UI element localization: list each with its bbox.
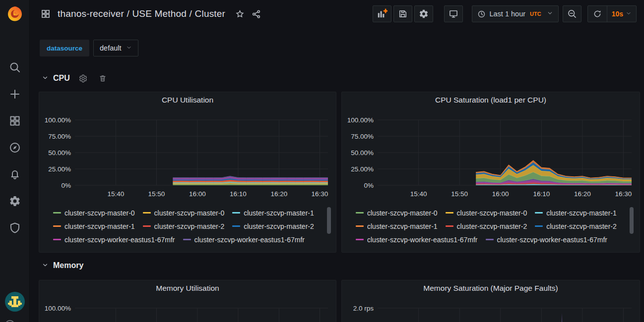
chevron-down-icon[interactable] xyxy=(42,262,49,270)
page-title: thanos-receiver / USE Method / Cluster xyxy=(58,8,225,19)
grafana-logo[interactable] xyxy=(0,0,30,28)
dashboard-grid-icon[interactable] xyxy=(41,9,51,19)
clock-icon xyxy=(477,10,486,18)
legend-item[interactable]: cluster-szcvp-master-0 xyxy=(143,209,225,217)
time-range-picker[interactable]: Last 1 hour UTC xyxy=(472,5,558,22)
panel-title[interactable]: Memory Utilisation xyxy=(39,284,336,293)
memory-panel-row: Memory Utilisation 0%25.00%50.00%75.00%1… xyxy=(39,280,644,322)
legend-row: cluster-szcvp-master-0cluster-szcvp-mast… xyxy=(53,206,325,219)
legend-item[interactable]: cluster-szcvp-master-2 xyxy=(446,222,527,230)
series-color-dash xyxy=(446,212,453,214)
alerting-bell-icon[interactable] xyxy=(9,168,21,180)
legend-item[interactable]: cluster-szcvp-master-2 xyxy=(232,222,314,230)
section-title-memory[interactable]: Memory xyxy=(53,261,83,270)
legend-item[interactable]: cluster-szcvp-master-2 xyxy=(143,222,225,230)
dashboard-header: thanos-receiver / USE Method / Cluster xyxy=(30,0,644,28)
y-axis-label: 25.00% xyxy=(48,165,71,173)
submenu: datasource default xyxy=(40,40,644,56)
series-color-dash xyxy=(356,212,364,214)
series-color-dash xyxy=(232,212,240,214)
legend-item[interactable]: cluster-szcvp-master-1 xyxy=(356,222,438,230)
time-range-label: Last 1 hour xyxy=(489,10,525,18)
series-color-dash xyxy=(53,225,61,227)
y-axis-label: 0% xyxy=(61,182,71,189)
refresh-interval-dropdown[interactable]: 10s xyxy=(607,10,636,18)
panel-title[interactable]: CPU Utilisation xyxy=(39,96,336,105)
save-dashboard-button[interactable] xyxy=(393,5,412,22)
x-axis-label: 16:20 xyxy=(270,190,287,198)
legend-item[interactable]: cluster-szcvp-master-1 xyxy=(53,222,135,230)
help-icon[interactable] xyxy=(5,320,15,322)
y-axis-label: 0% xyxy=(364,182,374,189)
legend-scrollbar[interactable] xyxy=(327,207,331,234)
y-axis-label: 2.0 rps xyxy=(353,305,374,312)
series-color-dash xyxy=(53,212,61,214)
configuration-gear-icon[interactable] xyxy=(9,195,21,207)
legend-row: cluster-szcvp-master-0cluster-szcvp-mast… xyxy=(356,206,628,219)
legend-row: cluster-szcvp-master-1cluster-szcvp-mast… xyxy=(356,219,628,233)
legend-item[interactable]: cluster-szcvp-master-0 xyxy=(53,209,135,217)
chevron-down-icon[interactable] xyxy=(42,74,49,83)
panel-memory-utilisation: Memory Utilisation 0%25.00%50.00%75.00%1… xyxy=(39,280,336,322)
share-icon[interactable] xyxy=(252,9,261,19)
chevron-down-icon xyxy=(626,10,632,18)
y-axis-label: 100.00% xyxy=(45,116,71,124)
y-axis-label: 75.00% xyxy=(351,133,374,140)
legend-item[interactable]: cluster-szcvp-worker-eastus1-67mfr xyxy=(183,236,305,244)
row-delete-trash-icon[interactable] xyxy=(99,74,107,82)
add-panel-button[interactable] xyxy=(373,5,391,22)
panel-title[interactable]: CPU Saturation (load1 per CPU) xyxy=(342,96,640,105)
legend-item[interactable]: cluster-szcvp-master-0 xyxy=(356,209,438,217)
dashboard-settings-button[interactable] xyxy=(414,5,433,22)
row-settings-gear-icon[interactable] xyxy=(79,74,87,83)
refresh-button[interactable] xyxy=(588,6,607,22)
x-axis-label: 16:20 xyxy=(574,190,591,198)
series-color-dash xyxy=(53,239,61,240)
sidebar xyxy=(0,0,30,322)
y-axis-label: 50.00% xyxy=(48,149,71,157)
series-color-dash xyxy=(356,225,364,227)
series-color-dash xyxy=(232,225,240,227)
legend: cluster-szcvp-master-0cluster-szcvp-mast… xyxy=(356,206,628,246)
y-axis-label: 100.00% xyxy=(45,305,71,312)
x-axis-label: 16:10 xyxy=(533,190,550,198)
series-color-dash xyxy=(535,225,543,227)
dashboards-icon[interactable] xyxy=(9,115,21,127)
main-content: thanos-receiver / USE Method / Cluster xyxy=(30,0,644,322)
legend: cluster-szcvp-master-0cluster-szcvp-mast… xyxy=(53,206,325,246)
series-color-dash xyxy=(535,212,543,214)
legend-scrollbar[interactable] xyxy=(630,207,634,234)
legend-item[interactable]: cluster-szcvp-worker-eastus1-67mfr xyxy=(486,236,608,244)
x-axis-label: 16:30 xyxy=(312,190,328,198)
legend-item[interactable]: cluster-szcvp-worker-eastus1-67mfr xyxy=(356,236,478,244)
explore-compass-icon[interactable] xyxy=(9,142,21,154)
variable-datasource-label[interactable]: datasource xyxy=(40,40,89,56)
create-plus-icon[interactable] xyxy=(9,88,21,100)
user-avatar[interactable] xyxy=(5,292,25,313)
search-icon[interactable] xyxy=(9,61,21,73)
x-axis-label: 16:00 xyxy=(189,190,206,198)
variable-datasource-dropdown[interactable]: default xyxy=(93,40,138,56)
timezone-label: UTC xyxy=(530,11,541,17)
x-axis-label: 16:30 xyxy=(615,190,632,198)
series-color-dash xyxy=(486,239,494,240)
panel-memory-saturation: Memory Saturation (Major Page Faults) 0 … xyxy=(341,280,640,322)
legend-item[interactable]: cluster-szcvp-master-0 xyxy=(446,209,527,217)
chevron-down-icon xyxy=(126,44,132,52)
section-title-cpu[interactable]: CPU xyxy=(53,74,70,83)
star-icon[interactable] xyxy=(235,9,245,19)
zoom-out-time-button[interactable] xyxy=(563,5,581,22)
spike-series xyxy=(561,313,563,322)
x-axis-label: 16:00 xyxy=(492,190,509,198)
server-admin-shield-icon[interactable] xyxy=(9,222,21,234)
legend-item[interactable]: cluster-szcvp-master-2 xyxy=(535,222,617,230)
legend-item[interactable]: cluster-szcvp-master-1 xyxy=(535,209,617,217)
series-color-dash xyxy=(356,239,364,240)
y-axis-label: 100.00% xyxy=(347,116,374,124)
legend-item[interactable]: cluster-szcvp-worker-eastus1-67mfr xyxy=(53,236,175,244)
series-line xyxy=(173,176,328,178)
panel-title[interactable]: Memory Saturation (Major Page Faults) xyxy=(342,284,640,293)
cycle-view-mode-button[interactable] xyxy=(444,5,463,22)
x-axis-label: 15:40 xyxy=(107,190,124,198)
legend-item[interactable]: cluster-szcvp-master-1 xyxy=(232,209,314,217)
